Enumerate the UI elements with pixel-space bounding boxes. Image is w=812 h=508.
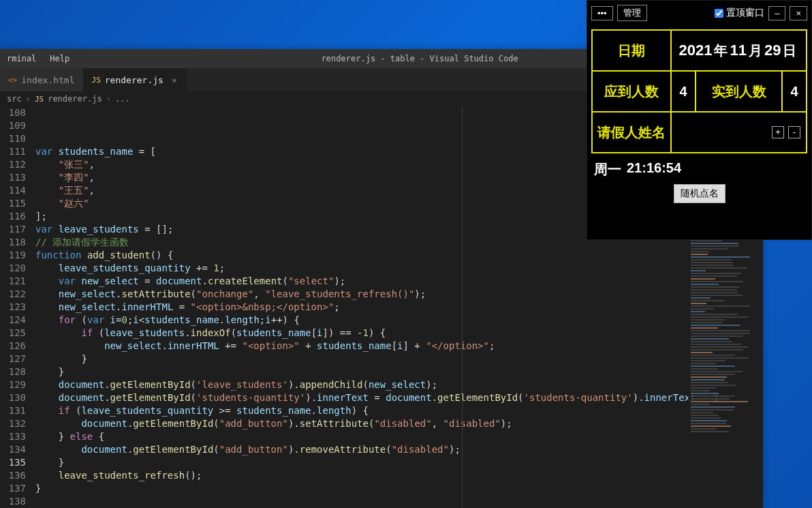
minimize-button[interactable]: – bbox=[768, 6, 785, 20]
attendance-titlebar: ••• 管理 置顶窗口 – × bbox=[587, 1, 811, 25]
js-file-icon: JS bbox=[92, 76, 101, 85]
editor-ruler bbox=[462, 106, 463, 508]
add-leave-button[interactable]: + bbox=[772, 126, 784, 138]
manage-button[interactable]: 管理 bbox=[617, 5, 647, 21]
actual-label-cell: 实到人数 bbox=[695, 72, 781, 111]
date-label-cell: 日期 bbox=[593, 31, 670, 70]
weekday: 周一 bbox=[594, 160, 621, 179]
day-value: 29 bbox=[764, 42, 781, 59]
month-unit: 月 bbox=[747, 42, 764, 60]
date-value-cell: 2021 年 11 月 29 日 bbox=[670, 31, 806, 70]
chevron-right-icon: › bbox=[106, 94, 111, 104]
tab-renderer-js[interactable]: JS renderer.js × bbox=[84, 68, 186, 91]
actual-value-cell: 4 bbox=[781, 72, 806, 111]
random-pick-button[interactable]: 随机点名 bbox=[674, 184, 725, 203]
attendance-table: 日期 2021 年 11 月 29 日 应到人数 4 实到人数 4 请假人姓名 … bbox=[591, 29, 807, 153]
js-file-icon: JS bbox=[35, 95, 44, 104]
menu-dots-button[interactable]: ••• bbox=[591, 6, 613, 20]
expected-label-cell: 应到人数 bbox=[593, 72, 670, 111]
leave-names-area bbox=[728, 230, 790, 264]
attendance-window: ••• 管理 置顶窗口 – × 日期 2021 年 11 月 29 日 应到人数… bbox=[587, 0, 812, 240]
close-button[interactable]: × bbox=[790, 6, 807, 20]
year-value: 2021 bbox=[679, 42, 713, 59]
remove-leave-button[interactable]: - bbox=[788, 126, 800, 138]
line-number-gutter: 1081091101111121131141151161171181191201… bbox=[0, 106, 35, 508]
pin-window-input[interactable] bbox=[715, 9, 723, 18]
tab-label: index.html bbox=[21, 75, 74, 85]
time: 21:16:54 bbox=[627, 160, 681, 179]
clock: 周一 21:16:54 bbox=[587, 158, 811, 179]
pin-window-label: 置顶窗口 bbox=[726, 7, 764, 19]
menu-help[interactable]: Help bbox=[43, 54, 76, 63]
year-unit: 年 bbox=[712, 42, 730, 60]
crumb-src[interactable]: src bbox=[7, 94, 22, 104]
day-unit: 日 bbox=[781, 42, 798, 60]
chevron-right-icon: › bbox=[26, 94, 31, 104]
pin-window-checkbox[interactable]: 置顶窗口 bbox=[715, 7, 764, 19]
menu-terminal[interactable]: rminal bbox=[0, 54, 43, 63]
leave-names-cell: + - bbox=[670, 113, 806, 152]
html-file-icon: <> bbox=[8, 76, 17, 85]
crumb-file[interactable]: renderer.js bbox=[48, 94, 102, 104]
expected-value-cell: 4 bbox=[670, 72, 695, 111]
leave-label-cell: 请假人姓名 bbox=[593, 113, 670, 152]
crumb-more[interactable]: ... bbox=[115, 94, 130, 104]
tab-index-html[interactable]: <> index.html bbox=[0, 68, 84, 91]
month-value: 11 bbox=[730, 42, 746, 59]
close-icon[interactable]: × bbox=[172, 75, 177, 85]
tab-label: renderer.js bbox=[105, 75, 163, 85]
